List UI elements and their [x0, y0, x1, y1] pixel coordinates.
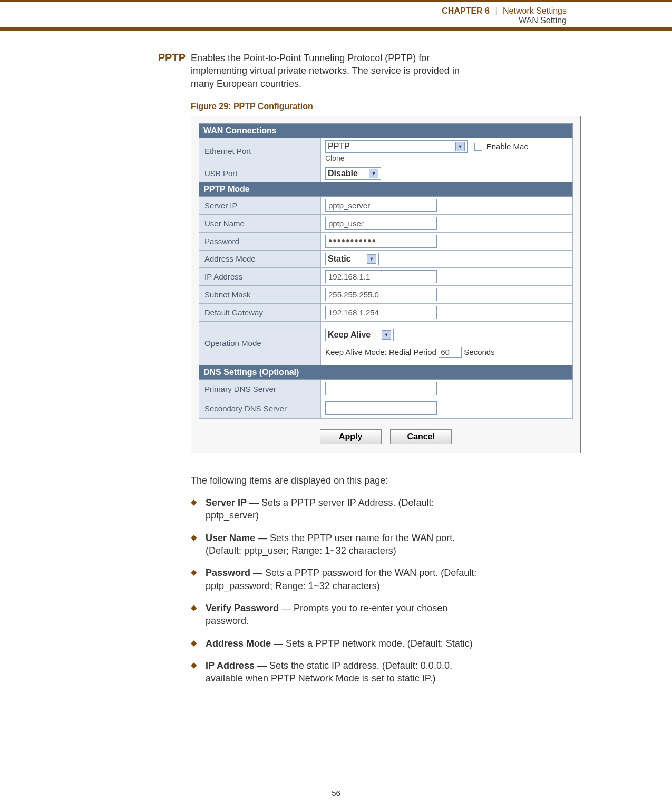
gateway-label: Default Gateway	[199, 303, 321, 321]
password-input[interactable]: ●●●●●●●●●●●	[325, 235, 437, 248]
ip-address-label: IP Address	[199, 267, 321, 285]
redial-period-prefix: Keep Alive Mode: Redial Period	[325, 348, 436, 357]
wan-section-header: WAN Connections	[199, 123, 573, 138]
dns-section-header: DNS Settings (Optional)	[199, 365, 573, 379]
op-mode-select[interactable]: Keep Alive ▼	[325, 329, 394, 341]
eth-port-label: Ethernet Port	[199, 138, 321, 165]
list-item: Server IP — Sets a PPTP server IP Addres…	[191, 496, 481, 522]
subnet-mask-input[interactable]: 255.255.255.0	[325, 288, 437, 301]
gateway-input[interactable]: 192.168.1.254	[325, 306, 437, 319]
usb-port-select[interactable]: Disable ▼	[325, 167, 381, 180]
list-item: Password — Sets a PPTP password for the …	[191, 566, 481, 592]
ip-address-input[interactable]: 192.168.1.1	[325, 270, 437, 283]
usb-port-label: USB Port	[199, 165, 321, 182]
server-ip-input[interactable]: pptp_server	[325, 199, 437, 212]
primary-dns-input[interactable]	[325, 382, 437, 395]
item-term: Password	[206, 567, 250, 578]
cancel-button[interactable]: Cancel	[390, 429, 452, 444]
username-input[interactable]: pptp_user	[325, 217, 437, 230]
item-term: User Name	[206, 533, 255, 543]
primary-dns-label: Primary DNS Server	[199, 379, 321, 399]
chapter-tag: CHAPTER 6	[442, 6, 490, 15]
op-mode-label: Operation Mode	[199, 321, 321, 365]
figure-caption: Figure 29: PPTP Configuration	[191, 102, 672, 111]
chevron-down-icon: ▼	[367, 254, 376, 264]
address-mode-select[interactable]: Static ▼	[325, 253, 379, 265]
item-term: Server IP	[206, 497, 247, 508]
address-mode-label: Address Mode	[199, 250, 321, 267]
username-label: User Name	[199, 214, 321, 232]
list-item: Address Mode — Sets a PPTP network mode.…	[191, 637, 481, 650]
enable-mac-label: Enable Mac	[486, 142, 528, 151]
eth-sub-label: Clone	[325, 154, 568, 162]
pptp-description: Enables the Point-to-Point Tunneling Pro…	[191, 52, 481, 90]
header-separator: |	[492, 6, 500, 15]
chevron-down-icon: ▼	[455, 142, 465, 151]
pptp-config-screenshot: WAN Connections Ethernet Port PPTP ▼ Ena…	[191, 116, 581, 453]
items-intro: The following items are displayed on thi…	[191, 474, 475, 487]
page-header: CHAPTER 6 | Network Settings	[0, 2, 672, 17]
list-item: IP Address — Sets the static IP address.…	[191, 659, 481, 685]
chapter-subtitle: WAN Setting	[0, 16, 672, 25]
subnet-mask-label: Subnet Mask	[199, 285, 321, 303]
items-list: Server IP — Sets a PPTP server IP Addres…	[191, 496, 481, 685]
server-ip-label: Server IP	[199, 196, 321, 214]
page-number: – 56 –	[0, 788, 672, 797]
chevron-down-icon: ▼	[369, 169, 378, 178]
apply-button[interactable]: Apply	[320, 429, 382, 444]
secondary-dns-label: Secondary DNS Server	[199, 399, 321, 418]
item-term: Address Mode	[206, 638, 271, 649]
pptp-mode-header: PPTP Mode	[199, 182, 573, 196]
secondary-dns-input[interactable]	[325, 401, 437, 415]
redial-period-suffix: Seconds	[464, 348, 494, 357]
item-desc: — Sets a PPTP network mode. (Default: St…	[271, 638, 473, 649]
enable-mac-checkbox[interactable]	[474, 143, 482, 151]
redial-period-input[interactable]: 60	[439, 347, 462, 358]
item-term: IP Address	[206, 660, 255, 671]
pptp-section-label: PPTP	[0, 52, 191, 64]
chevron-down-icon: ▼	[382, 330, 391, 340]
list-item: Verify Password — Prompts you to re-ente…	[191, 602, 481, 628]
chapter-title: Network Settings	[503, 6, 567, 15]
password-label: Password	[199, 232, 321, 250]
list-item: User Name — Sets the PPTP user name for …	[191, 532, 481, 557]
eth-port-select[interactable]: PPTP ▼	[325, 140, 468, 153]
item-term: Verify Password	[206, 603, 279, 613]
